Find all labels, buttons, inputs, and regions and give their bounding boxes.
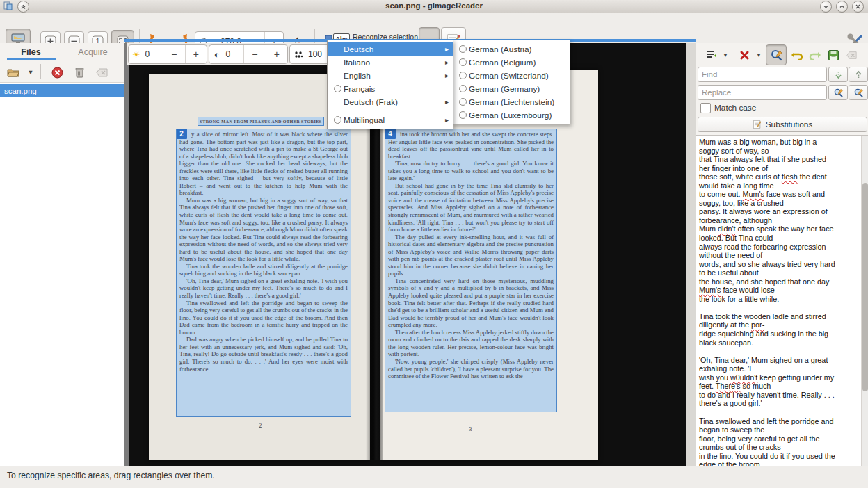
contrast-value[interactable]: 0 [225, 45, 244, 63]
substitutions-button[interactable]: Substitutions [698, 117, 867, 132]
save-icon [828, 49, 839, 61]
find-input[interactable] [698, 67, 827, 82]
submenu-arrow-icon: ▸ [442, 116, 449, 124]
language-submenu-german: German (Austria)German (Belgium)German (… [452, 40, 570, 124]
radio-icon [459, 58, 467, 66]
scanned-paragraph: Dad was angry when he picked himself up,… [179, 336, 348, 373]
backspace-clear-icon [96, 68, 108, 77]
contrast-decrease[interactable]: − [243, 45, 265, 63]
radio-icon [459, 85, 467, 92]
redo-button[interactable] [806, 46, 824, 64]
menu-item-label: Multilingual [344, 115, 442, 125]
file-list: scan.png [0, 83, 124, 466]
clear-files-button[interactable] [92, 63, 111, 81]
undo-button[interactable] [788, 46, 806, 64]
scanned-paragraph: ina took the broom with her and she swep… [388, 131, 554, 160]
strip-linebreaks-button[interactable] [735, 46, 753, 64]
submenu-arrow-icon: ▸ [442, 98, 449, 106]
language-menu-item[interactable]: Multilingual▸ [328, 113, 453, 127]
clear-output-button[interactable] [842, 46, 860, 64]
language-menu-item[interactable]: Français [328, 82, 453, 95]
status-message: To recognize specific areas, drag rectan… [7, 471, 215, 480]
replace-input[interactable] [698, 85, 827, 100]
find-prev-button[interactable] [849, 67, 868, 82]
language-submenu-item[interactable]: German (Switzerland) [453, 69, 570, 82]
language-submenu-item[interactable]: German (Belgium) [453, 56, 570, 69]
language-menu-item[interactable]: Deutsch▸ [328, 42, 453, 56]
add-images-button[interactable] [3, 63, 24, 81]
delete-file-button[interactable] [70, 63, 89, 81]
header-selection-region[interactable]: STRONG-MAN FROM PIRAEUS AND OTHER STORIE… [198, 117, 324, 126]
selection-region-2[interactable]: 2 y a slice of mirror left. Most of it w… [176, 129, 351, 417]
menu-item-label: Italiano [344, 58, 442, 67]
tab-files-underline [7, 58, 56, 60]
minimize-button[interactable] [820, 1, 832, 13]
menu-item-label: German (Liechtenstein) [469, 97, 565, 107]
find-next-button[interactable] [828, 67, 848, 82]
add-images-dropdown[interactable]: ▼ [24, 63, 38, 81]
scanned-paragraph: Then after the lunch recess Miss Appleby… [388, 329, 554, 358]
strip-linebreaks-dropdown[interactable]: ▼ [753, 46, 764, 64]
statusbar: To recognize specific areas, drag rectan… [0, 466, 868, 488]
file-list-item[interactable]: scan.png [0, 84, 124, 97]
menu-item-label: German (Germany) [469, 84, 565, 94]
scanned-paragraph: Tina swallowed and left the porridge and… [179, 300, 348, 336]
find-replace-toggle[interactable] [766, 44, 787, 65]
folder-open-icon [7, 67, 20, 78]
submenu-arrow-icon: ▸ [442, 72, 449, 79]
selection-region-4[interactable]: 4 ina took the broom with her and she sw… [385, 129, 557, 412]
scanned-paragraph: Tina took the wooden ladle and stirred d… [179, 263, 348, 277]
contrast-increase[interactable]: + [266, 45, 287, 63]
language-submenu-item[interactable]: German (Germany) [453, 82, 570, 95]
red-x-icon [739, 50, 750, 60]
maximize-button[interactable] [836, 1, 848, 13]
menu-item-label: German (Luxembourg) [469, 111, 565, 120]
remove-file-button[interactable] [47, 63, 67, 81]
language-menu-item[interactable]: English▸ [328, 69, 453, 82]
match-case-checkbox[interactable] [700, 103, 711, 113]
scanned-paragraph: The day pulled at every ink-smelling hou… [388, 234, 554, 277]
substitutions-icon [753, 120, 762, 129]
arrow-down-icon [834, 70, 843, 79]
scan-edge-strip [686, 43, 696, 466]
scanned-paragraph: Tina concentrated very hard on those mys… [388, 277, 554, 329]
save-output-button[interactable] [824, 46, 842, 64]
insert-mode-dropdown[interactable]: ▼ [720, 46, 731, 64]
match-case-label: Match case [714, 103, 756, 113]
undo-icon [791, 50, 803, 60]
language-menu-item[interactable]: Italiano▸ [328, 56, 453, 69]
radio-icon [334, 116, 341, 124]
menu-item-label: German (Austria) [469, 44, 565, 54]
close-button[interactable] [852, 1, 864, 13]
arrow-up-icon [854, 70, 863, 79]
output-text-area[interactable]: Mum was a big woman, but big in a soggy … [696, 135, 868, 466]
tab-acquire[interactable]: Acquire [62, 43, 124, 60]
menu-item-label: Deutsch (Frak) [344, 97, 442, 107]
insert-mode-button[interactable] [702, 46, 721, 64]
contrast-icon: ◐ [209, 45, 225, 63]
submenu-arrow-icon: ▸ [442, 45, 449, 53]
radio-icon [459, 45, 467, 53]
remove-circle-icon [51, 67, 63, 79]
menu-item-label: German (Switzerland) [469, 71, 565, 81]
brightness-icon: ☀ [129, 45, 144, 63]
replace-all-button[interactable] [849, 85, 868, 100]
output-scrollbar[interactable] [861, 136, 868, 466]
brightness-decrease[interactable]: − [163, 45, 184, 63]
output-toolbar: ▼ ▼ [696, 43, 868, 65]
brightness-increase[interactable]: + [185, 45, 207, 63]
insert-mode-icon [705, 49, 718, 60]
trash-icon [74, 67, 85, 79]
replace-button[interactable] [828, 85, 848, 100]
language-submenu-item[interactable]: German (Luxembourg) [453, 108, 570, 122]
language-submenu-item[interactable]: German (Austria) [453, 42, 570, 56]
titlebar: scan.png - gImageReader [0, 0, 868, 13]
language-submenu-item[interactable]: German (Liechtenstein) [453, 95, 570, 108]
output-text[interactable]: Mum was a big woman, but big in a soggy … [699, 138, 859, 478]
chevron-down-icon: ▼ [28, 69, 34, 76]
output-scrollbar-thumb[interactable] [862, 183, 868, 391]
submenu-arrow-icon: ▸ [442, 58, 449, 66]
menu-item-label: German (Belgium) [469, 58, 565, 67]
language-menu-item[interactable]: Deutsch (Frak)▸ [328, 95, 453, 108]
brightness-value[interactable]: 0 [144, 45, 163, 63]
